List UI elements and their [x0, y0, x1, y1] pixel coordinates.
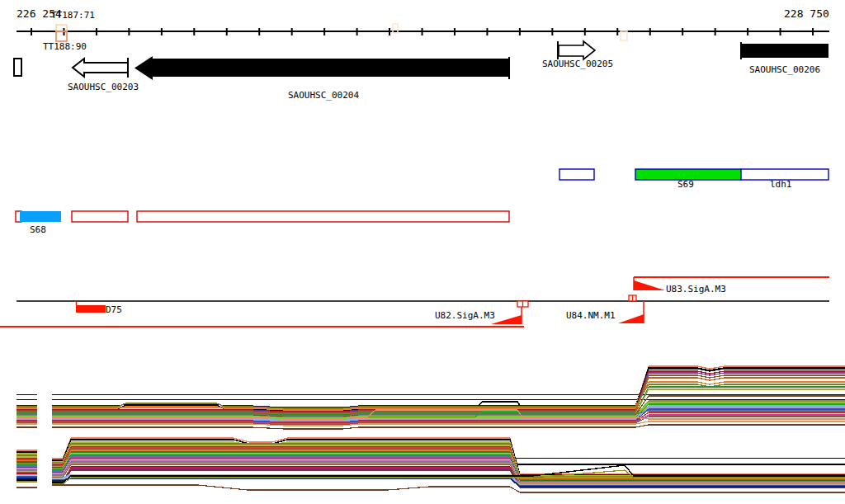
marker-label-u84-nm-m1: U84.NM.M1 — [566, 311, 616, 321]
segment-label-ldh1: ldh1 — [770, 180, 792, 190]
gene-partial-gene-left-edge[interactable] — [14, 59, 21, 76]
terminator-label-tt187: TT187:71 — [51, 11, 95, 21]
segment-unnamed[interactable] — [559, 169, 594, 180]
genome-browser-view: 226 254 TT187:71 TT188:90 228 750 SAOUHS… — [0, 0, 845, 504]
gene-label-saouhsc-00205: SAOUHSC_00205 — [542, 59, 613, 69]
gene-label-saouhsc-00204: SAOUHSC_00204 — [288, 91, 359, 101]
gene-SAOUHSC_00205[interactable] — [559, 41, 595, 59]
expression-trace — [52, 369, 845, 407]
terminator-box-weak-terminator[interactable] — [621, 31, 627, 40]
terminator-box-TT187:71[interactable] — [56, 25, 67, 31]
gene-label-saouhsc-00206: SAOUHSC_00206 — [749, 65, 820, 75]
terminator-box-TT188:90[interactable] — [56, 31, 67, 41]
terminator-label-tt188: TT188:90 — [43, 42, 87, 52]
marker-label-u82-siga-m3: U82.SigA.M3 — [435, 311, 495, 321]
gene-label-saouhsc-00203: SAOUHSC_00203 — [68, 82, 139, 92]
marker-D75[interactable] — [76, 305, 106, 313]
segment-predicted[interactable] — [72, 211, 128, 222]
marker-U83.SigA.M3[interactable] — [634, 280, 665, 290]
marker-U82.SigA.M3[interactable] — [491, 315, 522, 324]
ruler-end-coordinate: 228 750 — [784, 9, 829, 19]
segment-label-s69: S69 — [677, 180, 694, 190]
gene-SAOUHSC_00206[interactable] — [741, 44, 828, 58]
segment-S68[interactable] — [20, 211, 61, 222]
expression-trace — [52, 425, 845, 429]
marker-label-u83-siga-m3: U83.SigA.M3 — [666, 285, 726, 294]
genome-browser-canvas — [0, 0, 845, 504]
segment-label-s68: S68 — [30, 225, 46, 235]
gene-SAOUHSC_00203[interactable] — [73, 59, 128, 77]
marker-label-d75: D75 — [106, 305, 122, 315]
segment-predicted[interactable] — [137, 211, 509, 222]
gene-SAOUHSC_00204[interactable] — [135, 56, 153, 80]
marker-U84.NM.M1[interactable] — [618, 314, 644, 323]
gene-SAOUHSC_00204[interactable] — [153, 59, 508, 77]
